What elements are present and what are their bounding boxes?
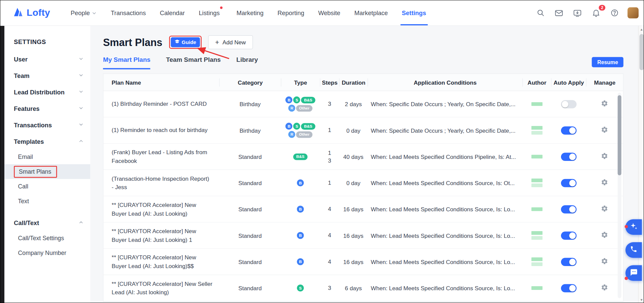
auto-apply-toggle[interactable]: [561, 284, 576, 292]
plan-name[interactable]: ** [CURAYTOR Accelerator] New Seller Lea…: [103, 276, 219, 300]
nav-item-calendar[interactable]: Calendar: [160, 0, 185, 26]
add-new-button[interactable]: + Add New: [208, 35, 253, 49]
plan-name[interactable]: ** [CURAYTOR Accelerator] New Buyer Lead…: [103, 250, 219, 273]
table-row: (1) Reminder to reach out for birthday B…: [103, 117, 623, 143]
nav-item-listings[interactable]: Listings: [199, 0, 223, 26]
sidebar-section-features[interactable]: Features: [4, 100, 90, 117]
nav-item-marketing[interactable]: Marketing: [237, 0, 264, 26]
app-window: Lofty People Transactions Calendar Listi…: [0, 0, 644, 303]
author-bars: [524, 179, 550, 187]
sidebar-item-company-number[interactable]: Company Number: [4, 246, 90, 260]
notification-count-badge: 2: [599, 5, 605, 10]
type-badge-b-s: B&S: [293, 153, 307, 160]
plan-name[interactable]: (1) Reminder to reach out for birthday: [103, 123, 219, 138]
column-header-steps: Steps: [320, 78, 339, 86]
category-cell: Standard: [219, 255, 281, 268]
type-badge-r: R: [288, 131, 295, 138]
type-badges: BSB&SROther: [283, 123, 318, 138]
type-badges: B: [283, 232, 318, 239]
steps-cell: 1: [320, 176, 339, 190]
phone-icon: [630, 246, 637, 255]
manage-gear-icon[interactable]: [601, 126, 608, 133]
sparkle-fab[interactable]: [626, 219, 642, 235]
floating-widgets: [626, 219, 642, 281]
tab-library[interactable]: Library: [237, 56, 258, 68]
duration-cell: 16 days: [339, 229, 368, 242]
sidebar-item-text[interactable]: Text: [4, 194, 90, 209]
auto-apply-toggle[interactable]: [561, 179, 576, 187]
chevron-down-icon: [78, 55, 84, 62]
search-icon[interactable]: [535, 7, 546, 18]
nav-item-reporting[interactable]: Reporting: [277, 0, 304, 26]
plan-name[interactable]: (1) BIrthday Reminder - POST CARD: [103, 97, 219, 112]
mail-icon[interactable]: [554, 7, 564, 18]
plan-name[interactable]: ** [CURAYTOR Accelerator] New Buyer Lead…: [103, 198, 219, 221]
chevron-down-icon: [78, 72, 84, 79]
main-content: Smart Plans Guide + Add New: [90, 26, 644, 303]
phone-fab[interactable]: [626, 242, 642, 258]
manage-gear-icon[interactable]: [601, 100, 608, 107]
category-cell: Standard: [219, 150, 281, 163]
transfer-icon[interactable]: [572, 7, 583, 18]
nav-item-website[interactable]: Website: [318, 0, 340, 26]
resume-button[interactable]: Resume: [592, 57, 624, 68]
auto-apply-toggle[interactable]: [561, 126, 576, 134]
page-scrollbar-thumb[interactable]: [639, 34, 644, 70]
nav-item-settings[interactable]: Settings: [402, 0, 426, 26]
lofty-logo[interactable]: Lofty: [13, 6, 50, 19]
manage-gear-icon[interactable]: [601, 231, 608, 239]
bell-icon[interactable]: 2: [591, 7, 601, 18]
author-bars: [524, 257, 550, 266]
table-scrollbar[interactable]: [618, 93, 621, 298]
brand-name: Lofty: [27, 7, 50, 18]
manage-gear-icon[interactable]: [601, 205, 608, 212]
table-row: ** [CURAYTOR Accelerator] New Buyer Lead…: [103, 249, 623, 275]
left-edge-strip: [0, 26, 4, 303]
toggle-knob: [569, 285, 576, 292]
user-avatar[interactable]: [628, 7, 639, 18]
auto-apply-toggle[interactable]: [561, 258, 576, 266]
auto-apply-toggle[interactable]: [561, 100, 576, 108]
sidebar-section-call-text[interactable]: Call/Text: [4, 214, 90, 231]
category-cell: Standard: [219, 282, 281, 295]
sidebar-section-team[interactable]: Team: [4, 67, 90, 84]
scroll-down-arrow-icon[interactable]: ▼: [639, 297, 644, 303]
sidebar-item-call[interactable]: Call: [4, 179, 90, 194]
manage-gear-icon[interactable]: [601, 152, 608, 160]
toggle-knob: [562, 101, 568, 107]
tab-my-smart-plans[interactable]: My Smart Plans: [103, 56, 151, 69]
nav-item-marketplace[interactable]: Marketplace: [354, 0, 388, 26]
chat-fab[interactable]: [626, 265, 642, 281]
sidebar-section-label: Features: [14, 105, 39, 112]
auto-apply-toggle[interactable]: [561, 205, 576, 213]
nav-item-label: Marketplace: [354, 9, 388, 16]
duration-cell: 0 day: [339, 176, 368, 189]
manage-gear-icon[interactable]: [601, 257, 608, 265]
table-row: ** [CURAYTOR Accelerator] New Seller Lea…: [103, 275, 623, 301]
guide-annotation-box: Guide: [169, 36, 202, 49]
plan-name[interactable]: (Frank) Buyer Lead - Listing Ads from Fa…: [103, 145, 219, 168]
sidebar-section-user[interactable]: User: [4, 51, 90, 67]
plan-name[interactable]: (Transaction-Home Inspection Report) - J…: [103, 171, 219, 194]
guide-button[interactable]: Guide: [171, 37, 200, 47]
plan-name[interactable]: ** [CURAYTOR Accelerator] New Buyer Lead…: [103, 224, 219, 247]
sidebar-item-call-text-settings[interactable]: Call/Text Settings: [4, 231, 90, 246]
tab-team-smart-plans[interactable]: Team Smart Plans: [166, 56, 221, 68]
sidebar-item-email[interactable]: Email: [4, 149, 90, 164]
auto-apply-toggle[interactable]: [561, 231, 576, 240]
auto-apply-toggle[interactable]: [561, 153, 576, 161]
type-badge-b: B: [297, 179, 304, 186]
sidebar-item-smart-plans[interactable]: Smart Plans: [4, 164, 90, 179]
help-icon[interactable]: [609, 7, 620, 18]
sidebar-section-templates[interactable]: Templates: [4, 133, 90, 149]
manage-gear-icon[interactable]: [601, 179, 608, 186]
graduation-cap-icon: [174, 39, 180, 46]
sidebar-section-transactions[interactable]: Transactions: [4, 117, 90, 133]
scroll-up-arrow-icon[interactable]: ▲: [639, 27, 644, 32]
sidebar-section-lead-distribution[interactable]: Lead Distribution: [4, 84, 90, 100]
table-scrollbar-thumb[interactable]: [618, 95, 621, 175]
type-badge-s: S: [297, 285, 304, 292]
manage-gear-icon[interactable]: [601, 284, 608, 291]
nav-item-transactions[interactable]: Transactions: [111, 0, 146, 26]
nav-item-people[interactable]: People: [71, 0, 97, 26]
